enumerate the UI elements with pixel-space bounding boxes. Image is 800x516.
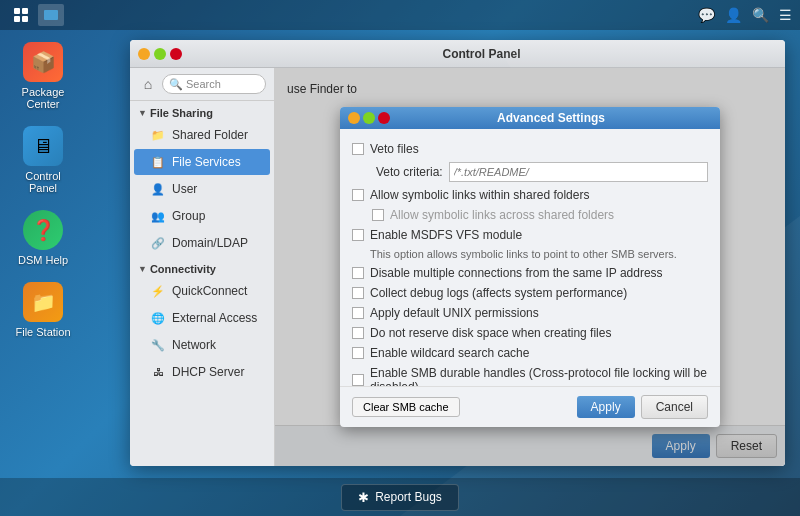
window-content: ⌂ 🔍 Search ▼ File Sharing 📁 Shared Folde…	[130, 68, 785, 466]
msdfs-info-text: This option allows symbolic links to poi…	[352, 248, 677, 260]
sidebar-item-dhcp-server[interactable]: 🖧 DHCP Server	[134, 359, 270, 385]
control-panel-window: Control Panel ⌂ 🔍 Search ▼ File Sharing …	[130, 40, 785, 466]
user-icon: 👤	[150, 181, 166, 197]
taskbar-right: 💬 👤 🔍 ☰	[698, 7, 792, 23]
no-reserve-disk-row: Do not reserve disk space when creating …	[352, 323, 708, 343]
enable-msdfs-checkbox[interactable]	[352, 229, 364, 241]
allow-symlinks-checkbox[interactable]	[352, 189, 364, 201]
menu-icon[interactable]: ☰	[779, 7, 792, 23]
sidebar-item-quickconnect-label: QuickConnect	[172, 284, 247, 298]
sidebar-search-area: ⌂ 🔍 Search	[130, 68, 274, 101]
shared-folder-icon: 📁	[150, 127, 166, 143]
allow-symlinks-row: Allow symbolic links within shared folde…	[352, 185, 708, 205]
sidebar-item-network-label: Network	[172, 338, 216, 352]
taskbar-bottom: ✱ Report Bugs	[0, 478, 800, 516]
disable-multiple-checkbox[interactable]	[352, 267, 364, 279]
veto-files-checkbox[interactable]	[352, 143, 364, 155]
desktop: 💬 👤 🔍 ☰ 📦 Package Center 🖥 Control Panel…	[0, 0, 800, 516]
dsm-help-icon[interactable]: ❓ DSM Help	[8, 206, 78, 270]
dialog-window-buttons	[348, 112, 390, 124]
control-panel-img: 🖥	[23, 126, 63, 166]
search-box[interactable]: 🔍 Search	[162, 74, 266, 94]
veto-files-row: Veto files	[352, 139, 708, 159]
connectivity-header: ▼ Connectivity	[130, 257, 274, 277]
dialog-titlebar: Advanced Settings	[340, 107, 720, 129]
network-icon: 🔧	[150, 337, 166, 353]
sidebar-item-external-access-label: External Access	[172, 311, 257, 325]
allow-symlinks-label: Allow symbolic links within shared folde…	[370, 188, 589, 202]
chat-icon[interactable]: 💬	[698, 7, 715, 23]
home-button[interactable]: ⌂	[138, 74, 158, 94]
minimize-button[interactable]	[138, 48, 150, 60]
file-station-img: 📁	[23, 282, 63, 322]
quickconnect-icon: ⚡	[150, 283, 166, 299]
sidebar-item-external-access[interactable]: 🌐 External Access	[134, 305, 270, 331]
clear-smb-button[interactable]: Clear SMB cache	[352, 397, 460, 417]
search-icon: 🔍	[169, 78, 183, 91]
allow-symlinks-across-checkbox[interactable]	[372, 209, 384, 221]
desktop-icons: 📦 Package Center 🖥 Control Panel ❓ DSM H…	[0, 30, 86, 350]
sidebar-item-network[interactable]: 🔧 Network	[134, 332, 270, 358]
apply-unix-checkbox[interactable]	[352, 307, 364, 319]
dialog-cancel-button[interactable]: Cancel	[641, 395, 708, 419]
package-center-icon[interactable]: 📦 Package Center	[8, 38, 78, 114]
close-button[interactable]	[170, 48, 182, 60]
allow-symlinks-across-row: Allow symbolic links across shared folde…	[352, 205, 708, 225]
apps-menu-button[interactable]	[8, 4, 34, 26]
control-panel-label: Control Panel	[12, 170, 74, 194]
window-title: Control Panel	[186, 47, 777, 61]
collect-debug-checkbox[interactable]	[352, 287, 364, 299]
report-bugs-button[interactable]: ✱ Report Bugs	[341, 484, 459, 511]
control-panel-icon[interactable]: 🖥 Control Panel	[8, 122, 78, 198]
dialog-apply-button[interactable]: Apply	[577, 396, 635, 418]
dialog-title: Advanced Settings	[390, 111, 712, 125]
dialog-footer: Clear SMB cache Apply Cancel	[340, 386, 720, 427]
group-icon: 👥	[150, 208, 166, 224]
running-apps-indicator[interactable]	[38, 4, 64, 26]
window-titlebar: Control Panel	[130, 40, 785, 68]
sidebar-item-group-label: Group	[172, 209, 205, 223]
sidebar-item-domain-ldap-label: Domain/LDAP	[172, 236, 248, 250]
dialog-overlay: Advanced Settings Veto files Ve	[275, 68, 785, 466]
msdfs-info-row: This option allows symbolic links to poi…	[352, 245, 708, 263]
sidebar-item-quickconnect[interactable]: ⚡ QuickConnect	[134, 278, 270, 304]
apply-unix-label: Apply default UNIX permissions	[370, 306, 539, 320]
dialog-close-button[interactable]	[378, 112, 390, 124]
dsm-help-img: ❓	[23, 210, 63, 250]
veto-criteria-row: Veto criteria:	[352, 159, 708, 185]
wildcard-search-label: Enable wildcard search cache	[370, 346, 529, 360]
user-icon[interactable]: 👤	[725, 7, 742, 23]
sidebar-item-shared-folder[interactable]: 📁 Shared Folder	[134, 122, 270, 148]
collect-debug-row: Collect debug logs (affects system perfo…	[352, 283, 708, 303]
package-center-label: Package Center	[12, 86, 74, 110]
wildcard-search-checkbox[interactable]	[352, 347, 364, 359]
sidebar: ⌂ 🔍 Search ▼ File Sharing 📁 Shared Folde…	[130, 68, 275, 466]
sidebar-item-user[interactable]: 👤 User	[134, 176, 270, 202]
taskbar-left	[8, 4, 64, 26]
sidebar-item-group[interactable]: 👥 Group	[134, 203, 270, 229]
maximize-button[interactable]	[154, 48, 166, 60]
sidebar-item-file-services[interactable]: 📋 File Services	[134, 149, 270, 175]
dialog-maximize-button[interactable]	[363, 112, 375, 124]
file-station-icon[interactable]: 📁 File Station	[8, 278, 78, 342]
package-center-img: 📦	[23, 42, 63, 82]
running-app-icon	[44, 10, 58, 20]
search-icon[interactable]: 🔍	[752, 7, 769, 23]
dhcp-server-icon: 🖧	[150, 364, 166, 380]
smb-durable-row: Enable SMB durable handles (Cross-protoc…	[352, 363, 708, 386]
dialog-minimize-button[interactable]	[348, 112, 360, 124]
collect-debug-label: Collect debug logs (affects system perfo…	[370, 286, 627, 300]
no-reserve-disk-checkbox[interactable]	[352, 327, 364, 339]
bug-icon: ✱	[358, 490, 369, 505]
sidebar-item-domain-ldap[interactable]: 🔗 Domain/LDAP	[134, 230, 270, 256]
disable-multiple-label: Disable multiple connections from the sa…	[370, 266, 663, 280]
veto-criteria-input[interactable]	[449, 162, 708, 182]
disable-multiple-row: Disable multiple connections from the sa…	[352, 263, 708, 283]
main-panel: use Finder to Apply Reset	[275, 68, 785, 466]
allow-symlinks-across-label: Allow symbolic links across shared folde…	[390, 208, 614, 222]
smb-durable-checkbox[interactable]	[352, 374, 364, 386]
sidebar-item-user-label: User	[172, 182, 197, 196]
taskbar-top: 💬 👤 🔍 ☰	[0, 0, 800, 30]
external-access-icon: 🌐	[150, 310, 166, 326]
search-placeholder: Search	[186, 78, 221, 90]
